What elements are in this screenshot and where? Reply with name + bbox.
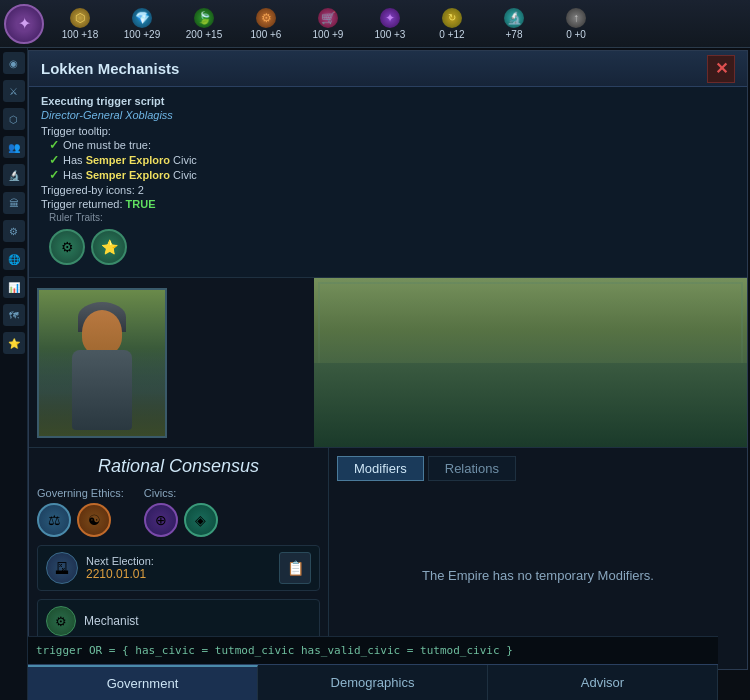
condition-1: ✓ Has Semper Exploro Civic	[49, 153, 735, 167]
sidebar-icon-8[interactable]: 🌐	[3, 248, 25, 270]
portrait-frame	[37, 288, 167, 438]
sidebar-icon-5[interactable]: 🔬	[3, 164, 25, 186]
sidebar-icon-4[interactable]: 👥	[3, 136, 25, 158]
dialog-titlebar: Lokken Mechanists ✕	[29, 51, 747, 87]
no-modifiers-text: The Empire has no temporary Modifiers.	[422, 568, 654, 583]
scene-bg	[314, 278, 747, 448]
civic-icon-1[interactable]: ⊕	[144, 503, 178, 537]
dialog-content: Executing trigger script Director-Genera…	[29, 87, 747, 669]
close-button[interactable]: ✕	[707, 55, 735, 83]
executing-label: Executing trigger script	[41, 95, 735, 107]
portrait-area	[29, 278, 314, 448]
tab-government[interactable]: Government	[28, 665, 258, 700]
console-text: trigger OR = { has_civic = tutmod_civic …	[36, 644, 513, 657]
ethic-icon-2[interactable]: ☯	[77, 503, 111, 537]
sidebar-icon-3[interactable]: ⬡	[3, 108, 25, 130]
portrait-section	[29, 278, 747, 448]
civics-group: Civics: ⊕ ◈	[144, 487, 218, 537]
trigger-returned: Trigger returned: TRUE	[41, 198, 735, 210]
empire-name: Rational Consensus	[37, 456, 320, 477]
empire-icon[interactable]: ✦	[4, 4, 44, 44]
left-sidebar: ◉ ⚔ ⬡ 👥 🔬 🏛 ⚙ 🌐 📊 🗺 ⭐	[0, 48, 28, 700]
top-resource-bar: ✦ ⬡ 100 +18 💎 100 +29 🍃 200 +15 ⚙ 100 +6…	[0, 0, 750, 48]
sidebar-icon-9[interactable]: 📊	[3, 276, 25, 298]
mechanist-label: Mechanist	[84, 614, 139, 628]
election-button[interactable]: 📋	[279, 552, 311, 584]
sidebar-icon-2[interactable]: ⚔	[3, 80, 25, 102]
sidebar-icon-6[interactable]: 🏛	[3, 192, 25, 214]
sidebar-icon-11[interactable]: ⭐	[3, 332, 25, 354]
election-info: Next Election: 2210.01.01	[86, 555, 154, 581]
sidebar-icon-7[interactable]: ⚙	[3, 220, 25, 242]
ruler-traits-label: Ruler Traits:	[41, 210, 735, 225]
script-section: Executing trigger script Director-Genera…	[29, 87, 747, 278]
one-must-be: ✓ One must be true:	[49, 138, 735, 152]
resource-energy[interactable]: 💎 100 +29	[112, 6, 172, 42]
tab-demographics[interactable]: Demographics	[258, 665, 488, 700]
scene-area	[314, 278, 747, 448]
civics-icons: ⊕ ◈	[144, 503, 218, 537]
trigger-value: TRUE	[126, 198, 156, 210]
tab-row: Modifiers Relations	[337, 456, 739, 481]
tab-modifiers[interactable]: Modifiers	[337, 456, 424, 481]
election-label: Next Election:	[86, 555, 154, 567]
resource-extra[interactable]: ↑ 0 +0	[546, 6, 606, 42]
cond2-text: Has Semper Exploro Civic	[63, 169, 197, 181]
election-row: 🗳 Next Election: 2210.01.01 📋	[37, 545, 320, 591]
ethics-icons: ⚖ ☯	[37, 503, 124, 537]
resource-consumer[interactable]: 🛒 100 +9	[298, 6, 358, 42]
bottom-tabs: Government Demographics Advisor	[28, 664, 718, 700]
tab-advisor[interactable]: Advisor	[488, 665, 718, 700]
civic-icon-2[interactable]: ◈	[184, 503, 218, 537]
election-icon: 🗳	[46, 552, 78, 584]
sidebar-icon-1[interactable]: ◉	[3, 52, 25, 74]
resource-influence[interactable]: ✦ 100 +3	[360, 6, 420, 42]
tooltip-label: Trigger tooltip:	[41, 125, 111, 137]
cond1-text: Has Semper Exploro Civic	[63, 154, 197, 166]
console-bar[interactable]: trigger OR = { has_civic = tutmod_civic …	[28, 636, 718, 664]
resource-minerals[interactable]: ⬡ 100 +18	[50, 6, 110, 42]
resource-food[interactable]: 🍃 200 +15	[174, 6, 234, 42]
condition-2: ✓ Has Semper Exploro Civic	[49, 168, 735, 182]
sidebar-icon-10[interactable]: 🗺	[3, 304, 25, 326]
officer-name[interactable]: Director-General Xoblagiss	[41, 109, 735, 121]
ethics-civics-row: Governing Ethics: ⚖ ☯ Civics: ⊕ ◈	[37, 487, 320, 537]
ruler-traits-area: ⚙ ⭐	[41, 225, 735, 269]
triggered-icons: Triggered-by icons: 2	[41, 184, 735, 196]
resource-unity[interactable]: ↻ 0 +12	[422, 6, 482, 42]
char-body	[72, 350, 132, 430]
civics-label: Civics:	[144, 487, 218, 499]
main-dialog: Lokken Mechanists ✕ Executing trigger sc…	[28, 50, 748, 670]
one-must-label: One must be true:	[63, 139, 151, 151]
dialog-title: Lokken Mechanists	[41, 60, 707, 77]
ethics-group: Governing Ethics: ⚖ ☯	[37, 487, 124, 537]
trait-icon-1[interactable]: ⚙	[49, 229, 85, 265]
election-date: 2210.01.01	[86, 567, 154, 581]
mechanist-icon: ⚙	[46, 606, 76, 636]
ethic-icon-1[interactable]: ⚖	[37, 503, 71, 537]
tab-relations[interactable]: Relations	[428, 456, 516, 481]
resource-alloys[interactable]: ⚙ 100 +6	[236, 6, 296, 42]
ethics-label: Governing Ethics:	[37, 487, 124, 499]
trait-icon-2[interactable]: ⭐	[91, 229, 127, 265]
resource-science[interactable]: 🔬 +78	[484, 6, 544, 42]
char-head	[82, 310, 122, 355]
